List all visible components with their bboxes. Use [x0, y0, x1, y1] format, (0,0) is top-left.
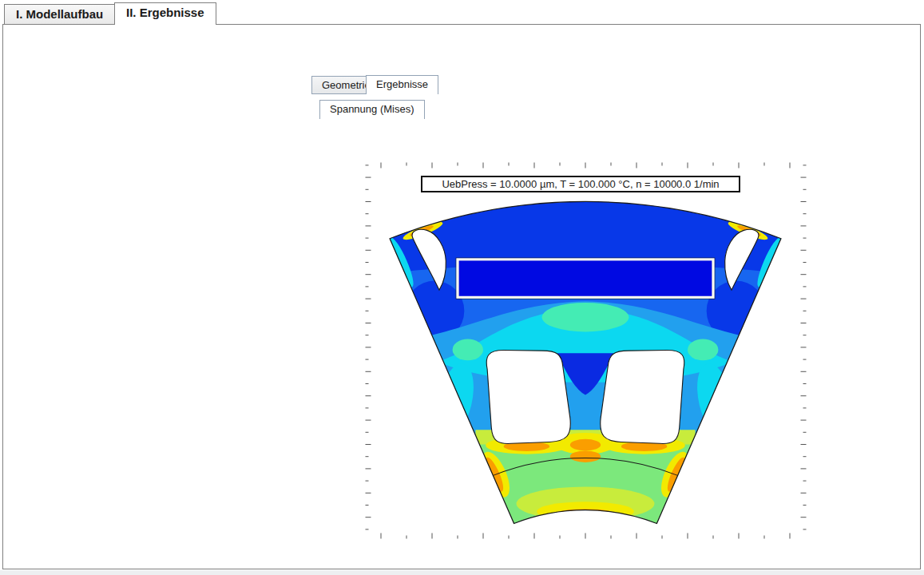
stress-contour-plot	[365, 162, 807, 539]
plot-annotation: UebPress = 10.0000 µm, T = 100.000 °C, n…	[421, 176, 740, 192]
viewer-tab-ergebnisse[interactable]: Ergebnisse	[366, 75, 438, 94]
tab-modellaufbau[interactable]: I. Modellaufbau	[4, 4, 115, 25]
app-window: I. Modellaufbau II. Ergebnisse i Letzte …	[0, 0, 924, 575]
window-bottom-edge	[0, 570, 924, 575]
plot-tab-spannung-mises[interactable]: Spannung (Mises)	[319, 100, 425, 119]
tab-ergebnisse[interactable]: II. Ergebnisse	[114, 2, 216, 25]
